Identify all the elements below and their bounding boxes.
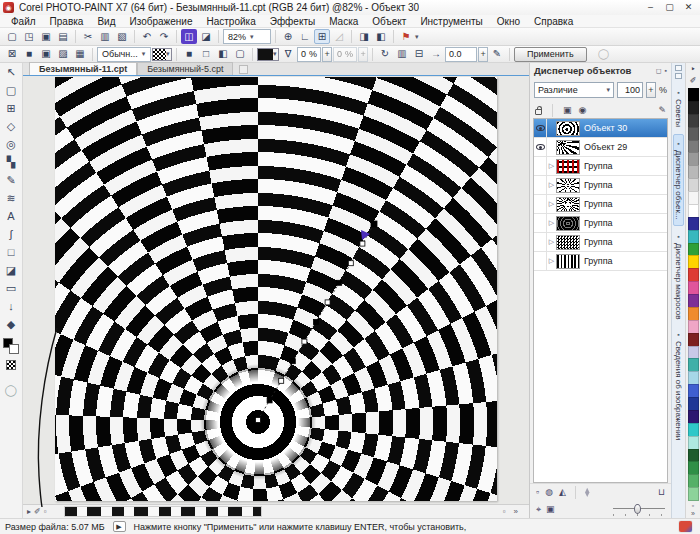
minimize-button[interactable]: – <box>642 1 659 14</box>
object-row[interactable]: ▷ Группа <box>534 195 667 214</box>
palette-swatch[interactable] <box>688 307 699 321</box>
slider-thumb[interactable] <box>634 504 641 514</box>
clone-tool-icon[interactable]: ▚ <box>1 154 22 172</box>
zoom-tool-icon[interactable]: ◎ <box>1 136 22 154</box>
offset-stepper[interactable]: + <box>478 47 488 62</box>
visibility-cell[interactable] <box>534 252 547 270</box>
redo-icon[interactable]: ↷ <box>156 29 172 44</box>
welcome-screen-button[interactable]: ⚑ <box>398 29 414 44</box>
palette-swatch[interactable] <box>688 152 699 166</box>
offset-field[interactable]: 0.0 <box>445 47 477 62</box>
cut-icon[interactable]: ✂ <box>80 29 96 44</box>
dockers-icon[interactable]: ◨ <box>356 29 372 44</box>
fill-mode-button[interactable]: ▨ <box>55 47 71 62</box>
menu-item[interactable]: Вид <box>90 15 122 28</box>
paste-icon[interactable]: ▧ <box>114 29 130 44</box>
merge-mode-dropdown[interactable]: Обычн... ▾ <box>97 47 151 62</box>
fill-mode-button[interactable]: ▣ <box>38 47 54 62</box>
opacity-stepper[interactable]: + <box>646 82 656 98</box>
paint-color-dropdown[interactable]: ▾ <box>257 48 279 61</box>
maximize-button[interactable]: ▢ <box>661 1 678 14</box>
zoom-level-dropdown[interactable]: 82% ▾ <box>223 29 271 44</box>
visibility-cell[interactable] <box>534 119 547 137</box>
export-icon[interactable]: ◪ <box>198 29 214 44</box>
docker-tab[interactable]: ▪ Диспетчер макросов <box>674 228 683 325</box>
strip-picker-icon[interactable]: ✐ <box>34 507 41 516</box>
snap-icon[interactable]: ◿ <box>331 29 347 44</box>
palette-swatch[interactable] <box>688 358 699 372</box>
palette-swatch[interactable] <box>688 294 699 308</box>
palette-swatch[interactable] <box>688 255 699 269</box>
docker-tab[interactable]: ▪ Сведения об изображении <box>674 326 683 445</box>
palette-swatch[interactable] <box>688 423 699 437</box>
docker-tab[interactable]: ▪ Советы <box>674 84 683 132</box>
docker-collapse-icon[interactable] <box>675 65 682 71</box>
lock-transparency-icon[interactable] <box>535 109 542 115</box>
menu-item[interactable]: Инструменты <box>413 15 489 28</box>
tab-document-2[interactable]: Безымянный-5.cpt <box>137 62 233 75</box>
tab-document-1[interactable]: Безымянный-11.cpt <box>29 62 137 75</box>
copy-icon[interactable]: ▥ <box>97 29 113 44</box>
palette-swatch[interactable] <box>688 178 699 192</box>
object-merge-mode-dropdown[interactable]: Различие ▾ <box>534 82 614 98</box>
crop-tool-icon[interactable]: ⊞ <box>1 100 22 118</box>
pick-tool-icon[interactable]: ↖ <box>1 64 22 82</box>
close-button[interactable]: ✕ <box>680 1 697 14</box>
render-mode-button[interactable]: ◧ <box>215 47 231 62</box>
palette-swatch[interactable] <box>688 114 699 128</box>
print-icon[interactable]: ▤ <box>55 29 71 44</box>
visibility-cell[interactable] <box>534 138 547 156</box>
palette-swatch[interactable] <box>688 217 699 231</box>
fill-mode-button[interactable]: ■ <box>21 47 37 62</box>
grid-icon[interactable]: ⊞ <box>314 29 330 44</box>
palette-swatch[interactable] <box>688 333 699 347</box>
visibility-cell[interactable] <box>534 157 547 175</box>
menu-item[interactable]: Справка <box>527 15 580 28</box>
palette-swatch[interactable] <box>688 384 699 398</box>
palette-swatch[interactable] <box>688 371 699 385</box>
transform-button[interactable]: ↻ <box>377 47 393 62</box>
palette-swatch[interactable] <box>688 320 699 334</box>
brush-settings-button[interactable]: ✎ <box>489 47 505 62</box>
strip-box-icon[interactable]: ▫ <box>44 507 47 516</box>
undo-icon[interactable]: ↶ <box>139 29 155 44</box>
visibility-cell[interactable] <box>534 214 547 232</box>
delete-object-icon[interactable]: ⊔ <box>658 485 665 499</box>
render-mode-button[interactable]: ■ <box>181 47 197 62</box>
expander-icon[interactable]: ▷ <box>547 181 556 189</box>
visibility-cell[interactable] <box>534 233 547 251</box>
new-tab-button[interactable] <box>239 65 248 74</box>
expander-icon[interactable]: ▷ <box>547 257 556 265</box>
brush-tool-icon[interactable]: ʃ <box>1 226 22 244</box>
palette-swatch[interactable] <box>688 487 699 501</box>
menu-item[interactable]: Окно <box>490 15 527 28</box>
object-row[interactable]: ▷ Группа <box>534 214 667 233</box>
object-row[interactable]: ▷ Группа <box>534 176 667 195</box>
edit-all-icon[interactable]: ✎ <box>658 103 666 117</box>
palette-swatch[interactable] <box>688 165 699 179</box>
palette-swatch[interactable] <box>688 346 699 360</box>
palette-picker-icon[interactable]: ✐ <box>690 75 697 86</box>
liquid-tool-icon[interactable]: ≋ <box>1 190 22 208</box>
nib-shape-dropdown[interactable]: ▾ <box>152 48 172 61</box>
chevron-down-icon[interactable]: ▾ <box>415 33 419 41</box>
background-color-swatch[interactable] <box>9 344 19 354</box>
menu-item[interactable]: Правка <box>43 15 91 28</box>
shape-tool-icon[interactable]: ▭ <box>1 280 22 298</box>
docker-close-icon[interactable]: ▪ <box>665 67 667 75</box>
object-row[interactable]: ▷ Группа <box>534 157 667 176</box>
fill-mode-button[interactable]: ▦ <box>72 47 88 62</box>
new-icon[interactable]: ▢ <box>4 29 20 44</box>
visibility-cell[interactable] <box>534 176 547 194</box>
docker-flyout-icon[interactable]: ◻ <box>656 67 662 75</box>
palette-swatch[interactable] <box>688 140 699 154</box>
apply-button[interactable]: Применить <box>514 47 587 62</box>
save-icon[interactable]: ▣ <box>38 29 54 44</box>
palette-scroll-up-icon[interactable]: ‣ <box>691 64 696 75</box>
new-object-icon[interactable]: ▫ <box>536 485 539 499</box>
palette-swatch[interactable] <box>688 461 699 475</box>
palette-swatch[interactable] <box>688 268 699 282</box>
new-from-mask-icon[interactable]: ◭ <box>559 485 566 499</box>
docker-tab[interactable]: ▪ Диспетчер объек... <box>673 134 684 226</box>
palette-swatch[interactable] <box>688 127 699 141</box>
